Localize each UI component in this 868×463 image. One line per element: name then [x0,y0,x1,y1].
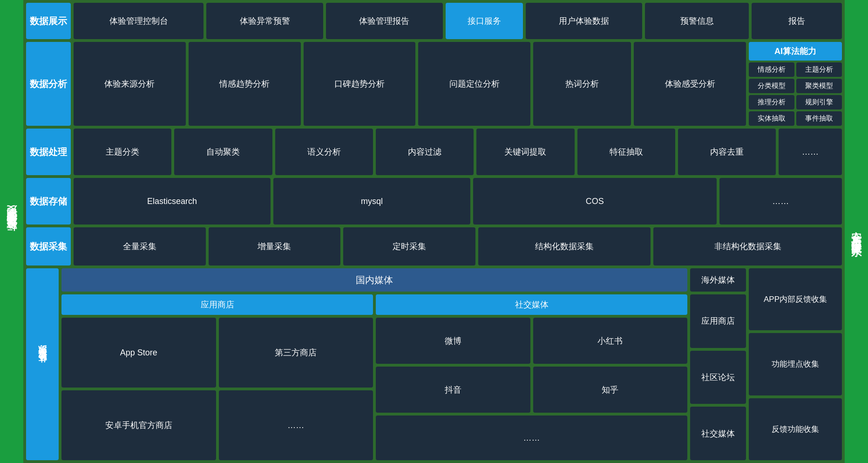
cell-xiaohongshu[interactable]: 小红书 [533,318,688,364]
cell-feedback-function[interactable]: 反馈功能收集 [749,398,842,460]
cell-semantic-analysis[interactable]: 语义分析 [275,129,373,175]
app-store-block: 应用商店 App Store 第三方商店 安卓手机官方商店 …… [61,294,373,460]
label-experience-data-source: 体验数据来源 [26,268,59,460]
exp-label-text: 体验数据来源 [37,359,48,370]
ai-clustering-model[interactable]: 聚类模型 [796,79,842,93]
row-data-processing: 数据处理 主题分类 自动聚类 语义分析 内容过滤 关键词提取 特征抽取 内容去重… [26,129,842,175]
left-label: 标准规范与管理制度 [0,0,23,463]
cell-sentiment-trend-analysis[interactable]: 情感趋势分析 [189,42,301,126]
app-store-grid: App Store 第三方商店 安卓手机官方商店 …… [61,318,373,460]
ai-sentiment-analysis[interactable]: 情感分析 [749,62,794,77]
cell-reputation-trend-analysis[interactable]: 口碑趋势分析 [304,42,416,126]
overseas-column: 海外媒体 应用商店 社区论坛 社交媒体 [690,268,746,460]
cell-structured-data-collection[interactable]: 结构化数据采集 [478,227,651,266]
cell-third-party-store[interactable]: 第三方商店 [219,318,373,388]
main-grid: 数据展示 体验管理控制台 体验异常预警 体验管理报告 接口服务 用户体验数据 预… [23,0,845,463]
label-data-analysis: 数据分析 [26,42,71,126]
cell-social-more[interactable]: …… [376,415,687,460]
cell-processing-more[interactable]: …… [779,129,842,175]
cell-weibo[interactable]: 微博 [376,318,530,364]
ai-reasoning-analysis[interactable]: 推理分析 [749,95,794,109]
cell-app-more[interactable]: …… [219,390,373,460]
cell-zhihu[interactable]: 知乎 [533,367,688,413]
cell-experience-source-analysis[interactable]: 体验来源分析 [74,42,186,126]
ai-algorithm-block: AI算法能力 情感分析 主题分析 分类模型 聚类模型 推理分析 规则引擎 实体抽… [749,42,842,126]
row-data-collection: 数据采集 全量采集 增量采集 定时采集 结构化数据采集 非结构化数据采集 [26,227,842,266]
ai-algorithm-title: AI算法能力 [749,42,842,61]
cell-problem-location-analysis[interactable]: 问题定位分析 [418,42,530,126]
cell-full-collection[interactable]: 全量采集 [74,227,206,266]
cell-function-tracking[interactable]: 功能埋点收集 [749,333,842,395]
row-data-storage: 数据存储 Elasticsearch mysql COS …… [26,178,842,225]
cell-app-internal-feedback[interactable]: APP内部反馈收集 [749,268,842,330]
cell-keyword-extraction[interactable]: 关键词提取 [476,129,574,175]
ai-classification-model[interactable]: 分类模型 [749,79,794,93]
cell-unstructured-data-collection[interactable]: 非结构化数据采集 [653,227,842,266]
label-data-storage: 数据存储 [26,178,71,225]
ai-grid: 情感分析 主题分析 分类模型 聚类模型 推理分析 规则引擎 实体抽取 事件抽取 [749,62,842,126]
social-media-grid: 微博 小红书 抖音 知乎 …… [376,318,687,460]
social-media-title: 社交媒体 [376,294,687,315]
app-store-title: 应用商店 [61,294,373,315]
cell-experience-anomaly-alert[interactable]: 体验异常预警 [206,3,323,39]
label-data-display: 数据展示 [26,3,71,39]
main-container: 标准规范与管理制度 数据展示 体验管理控制台 体验异常预警 体验管理报告 接口服… [0,0,868,463]
domestic-content: 国内媒体 应用商店 App Store 第三方商店 安卓手机官方商店 …… [61,268,687,460]
cell-content-filter[interactable]: 内容过滤 [376,129,474,175]
cell-report[interactable]: 报告 [752,3,842,39]
row-data-display: 数据展示 体验管理控制台 体验异常预警 体验管理报告 接口服务 用户体验数据 预… [26,3,842,39]
cell-auto-clustering[interactable]: 自动聚类 [174,129,272,175]
cell-overseas-social[interactable]: 社交媒体 [690,407,746,460]
app-social-row: 应用商店 App Store 第三方商店 安卓手机官方商店 …… 社交媒体 微博 [61,294,687,460]
cell-hot-word-analysis[interactable]: 热词分析 [533,42,631,126]
cell-app-store[interactable]: App Store [61,318,216,388]
cell-incremental-collection[interactable]: 增量采集 [209,227,341,266]
ai-rule-engine[interactable]: 规则引擎 [796,95,842,109]
label-data-processing: 数据处理 [26,129,71,175]
cell-api-service[interactable]: 接口服务 [446,3,523,39]
cell-experience-mgmt-report[interactable]: 体验管理报告 [326,3,443,39]
cell-feature-extraction[interactable]: 特征抽取 [577,129,675,175]
cell-elasticsearch[interactable]: Elasticsearch [74,178,271,225]
row-data-analysis: 数据分析 体验来源分析 情感趋势分析 口碑趋势分析 问题定位分析 热词分析 体验… [26,42,842,126]
cell-overseas-community[interactable]: 社区论坛 [690,351,746,404]
cell-cos[interactable]: COS [473,178,717,225]
cell-experience-mgmt-console[interactable]: 体验管理控制台 [74,3,203,39]
cell-content-dedup[interactable]: 内容去重 [678,129,776,175]
cell-overseas-media-label: 海外媒体 [690,268,746,292]
ai-topic-analysis[interactable]: 主题分析 [796,62,842,77]
ai-entity-extraction[interactable]: 实体抽取 [749,111,794,126]
cell-overseas-app-store[interactable]: 应用商店 [690,294,746,348]
social-media-block: 社交媒体 微博 小红书 抖音 知乎 …… [376,294,687,460]
cell-alert-info[interactable]: 预警信息 [645,3,748,39]
cell-topic-classification[interactable]: 主题分类 [74,129,171,175]
row-experience-data-source: 体验数据来源 国内媒体 应用商店 App Store 第三方商店 安卓手机官方商… [26,268,842,460]
cell-douyin[interactable]: 抖音 [376,367,530,413]
ai-event-extraction[interactable]: 事件抽取 [796,111,842,126]
cell-storage-more[interactable]: …… [719,178,842,225]
cell-scheduled-collection[interactable]: 定时采集 [343,227,475,266]
right-column: APP内部反馈收集 功能埋点收集 反馈功能收集 [749,268,842,460]
cell-domestic-media[interactable]: 国内媒体 [61,268,687,292]
cell-user-experience-data[interactable]: 用户体验数据 [526,3,643,39]
right-label: 安全与运维保障体系 [845,0,868,463]
cell-experience-feeling-analysis[interactable]: 体验感受分析 [634,42,746,126]
label-data-collection: 数据采集 [26,227,71,266]
cell-android-official-store[interactable]: 安卓手机官方商店 [61,390,216,460]
cell-mysql[interactable]: mysql [273,178,470,225]
